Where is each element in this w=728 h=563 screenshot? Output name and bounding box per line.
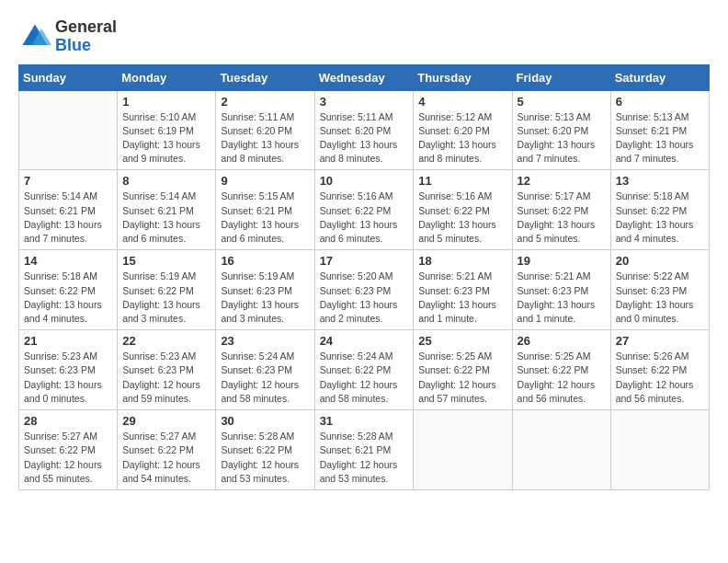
day-number: 18 (418, 254, 506, 268)
day-number: 28 (24, 414, 112, 428)
calendar-week-row: 14Sunrise: 5:18 AMSunset: 6:22 PMDayligh… (19, 250, 710, 330)
day-info: Sunrise: 5:13 AMSunset: 6:21 PMDaylight:… (616, 110, 704, 167)
table-row: 21Sunrise: 5:23 AMSunset: 6:23 PMDayligh… (19, 330, 118, 410)
col-header-saturday: Saturday (610, 64, 709, 90)
table-row: 23Sunrise: 5:24 AMSunset: 6:23 PMDayligh… (216, 330, 314, 410)
table-row: 14Sunrise: 5:18 AMSunset: 6:22 PMDayligh… (19, 250, 118, 330)
day-info: Sunrise: 5:19 AMSunset: 6:22 PMDaylight:… (122, 270, 210, 326)
day-info: Sunrise: 5:23 AMSunset: 6:23 PMDaylight:… (24, 350, 112, 406)
col-header-friday: Friday (512, 64, 610, 90)
day-number: 31 (320, 414, 409, 428)
table-row: 19Sunrise: 5:21 AMSunset: 6:23 PMDayligh… (512, 250, 610, 330)
day-number: 16 (221, 254, 309, 268)
table-row: 11Sunrise: 5:16 AMSunset: 6:22 PMDayligh… (414, 170, 512, 250)
day-number: 27 (616, 334, 704, 348)
logo-blue: Blue (55, 37, 117, 55)
calendar-week-row: 28Sunrise: 5:27 AMSunset: 6:22 PMDayligh… (19, 410, 710, 490)
col-header-wednesday: Wednesday (314, 64, 414, 90)
day-info: Sunrise: 5:14 AMSunset: 6:21 PMDaylight:… (24, 190, 112, 246)
calendar-week-row: 1Sunrise: 5:10 AMSunset: 6:19 PMDaylight… (19, 90, 710, 170)
table-row: 22Sunrise: 5:23 AMSunset: 6:23 PMDayligh… (118, 330, 216, 410)
day-info: Sunrise: 5:18 AMSunset: 6:22 PMDaylight:… (616, 190, 704, 246)
day-number: 30 (221, 414, 309, 428)
day-info: Sunrise: 5:21 AMSunset: 6:23 PMDaylight:… (418, 270, 506, 326)
table-row: 7Sunrise: 5:14 AMSunset: 6:21 PMDaylight… (19, 170, 118, 250)
table-row: 29Sunrise: 5:27 AMSunset: 6:22 PMDayligh… (118, 410, 216, 490)
day-number: 23 (221, 334, 309, 348)
day-info: Sunrise: 5:20 AMSunset: 6:23 PMDaylight:… (320, 270, 409, 326)
day-info: Sunrise: 5:19 AMSunset: 6:23 PMDaylight:… (221, 270, 309, 326)
calendar-week-row: 7Sunrise: 5:14 AMSunset: 6:21 PMDaylight… (19, 170, 710, 250)
day-info: Sunrise: 5:16 AMSunset: 6:22 PMDaylight:… (320, 190, 409, 246)
table-row: 20Sunrise: 5:22 AMSunset: 6:23 PMDayligh… (610, 250, 709, 330)
day-number: 12 (518, 174, 606, 188)
logo-icon (18, 20, 51, 53)
calendar-header-row: SundayMondayTuesdayWednesdayThursdayFrid… (19, 64, 710, 90)
logo-general: General (55, 18, 117, 37)
logo: General Blue (18, 18, 117, 55)
table-row: 13Sunrise: 5:18 AMSunset: 6:22 PMDayligh… (610, 170, 709, 250)
day-number: 20 (616, 254, 704, 268)
day-info: Sunrise: 5:28 AMSunset: 6:21 PMDaylight:… (320, 430, 409, 486)
table-row: 16Sunrise: 5:19 AMSunset: 6:23 PMDayligh… (216, 250, 314, 330)
col-header-thursday: Thursday (414, 64, 512, 90)
day-number: 2 (221, 95, 309, 109)
day-number: 22 (122, 334, 210, 348)
day-info: Sunrise: 5:25 AMSunset: 6:22 PMDaylight:… (518, 350, 606, 406)
day-info: Sunrise: 5:23 AMSunset: 6:23 PMDaylight:… (122, 350, 210, 406)
day-info: Sunrise: 5:28 AMSunset: 6:22 PMDaylight:… (221, 430, 309, 486)
day-info: Sunrise: 5:24 AMSunset: 6:23 PMDaylight:… (221, 350, 309, 406)
day-number: 21 (24, 334, 112, 348)
day-number: 9 (221, 174, 309, 188)
table-row: 17Sunrise: 5:20 AMSunset: 6:23 PMDayligh… (314, 250, 414, 330)
day-info: Sunrise: 5:27 AMSunset: 6:22 PMDaylight:… (122, 430, 210, 486)
table-row: 26Sunrise: 5:25 AMSunset: 6:22 PMDayligh… (512, 330, 610, 410)
day-info: Sunrise: 5:25 AMSunset: 6:22 PMDaylight:… (418, 350, 506, 406)
table-row: 12Sunrise: 5:17 AMSunset: 6:22 PMDayligh… (512, 170, 610, 250)
table-row: 1Sunrise: 5:10 AMSunset: 6:19 PMDaylight… (118, 90, 216, 170)
page-header: General Blue (18, 18, 710, 55)
table-row: 31Sunrise: 5:28 AMSunset: 6:21 PMDayligh… (314, 410, 414, 490)
table-row: 5Sunrise: 5:13 AMSunset: 6:20 PMDaylight… (512, 90, 610, 170)
table-row: 8Sunrise: 5:14 AMSunset: 6:21 PMDaylight… (118, 170, 216, 250)
day-info: Sunrise: 5:24 AMSunset: 6:22 PMDaylight:… (320, 350, 409, 406)
table-row: 18Sunrise: 5:21 AMSunset: 6:23 PMDayligh… (414, 250, 512, 330)
table-row: 15Sunrise: 5:19 AMSunset: 6:22 PMDayligh… (118, 250, 216, 330)
day-info: Sunrise: 5:21 AMSunset: 6:23 PMDaylight:… (518, 270, 606, 326)
day-info: Sunrise: 5:17 AMSunset: 6:22 PMDaylight:… (518, 190, 606, 246)
day-info: Sunrise: 5:13 AMSunset: 6:20 PMDaylight:… (518, 110, 606, 167)
day-number: 4 (418, 95, 506, 109)
day-number: 26 (518, 334, 606, 348)
col-header-tuesday: Tuesday (216, 64, 314, 90)
day-info: Sunrise: 5:15 AMSunset: 6:21 PMDaylight:… (221, 190, 309, 246)
table-row: 6Sunrise: 5:13 AMSunset: 6:21 PMDaylight… (610, 90, 709, 170)
table-row: 2Sunrise: 5:11 AMSunset: 6:20 PMDaylight… (216, 90, 314, 170)
day-info: Sunrise: 5:26 AMSunset: 6:22 PMDaylight:… (616, 350, 704, 406)
day-number: 14 (24, 254, 112, 268)
day-info: Sunrise: 5:11 AMSunset: 6:20 PMDaylight:… (320, 110, 409, 167)
table-row: 3Sunrise: 5:11 AMSunset: 6:20 PMDaylight… (314, 90, 414, 170)
calendar-week-row: 21Sunrise: 5:23 AMSunset: 6:23 PMDayligh… (19, 330, 710, 410)
day-info: Sunrise: 5:10 AMSunset: 6:19 PMDaylight:… (122, 110, 210, 167)
day-info: Sunrise: 5:11 AMSunset: 6:20 PMDaylight:… (221, 110, 309, 167)
day-number: 10 (320, 174, 409, 188)
day-number: 25 (418, 334, 506, 348)
day-info: Sunrise: 5:12 AMSunset: 6:20 PMDaylight:… (418, 110, 506, 167)
day-number: 24 (320, 334, 409, 348)
day-number: 17 (320, 254, 409, 268)
day-number: 11 (418, 174, 506, 188)
day-info: Sunrise: 5:27 AMSunset: 6:22 PMDaylight:… (24, 430, 112, 486)
day-number: 29 (122, 414, 210, 428)
table-row: 30Sunrise: 5:28 AMSunset: 6:22 PMDayligh… (216, 410, 314, 490)
day-info: Sunrise: 5:22 AMSunset: 6:23 PMDaylight:… (616, 270, 704, 326)
col-header-monday: Monday (118, 64, 216, 90)
day-number: 1 (122, 95, 210, 109)
table-row (19, 90, 118, 170)
table-row: 4Sunrise: 5:12 AMSunset: 6:20 PMDaylight… (414, 90, 512, 170)
table-row: 28Sunrise: 5:27 AMSunset: 6:22 PMDayligh… (19, 410, 118, 490)
day-number: 8 (122, 174, 210, 188)
col-header-sunday: Sunday (19, 64, 118, 90)
day-number: 15 (122, 254, 210, 268)
day-number: 5 (518, 95, 606, 109)
table-row: 9Sunrise: 5:15 AMSunset: 6:21 PMDaylight… (216, 170, 314, 250)
